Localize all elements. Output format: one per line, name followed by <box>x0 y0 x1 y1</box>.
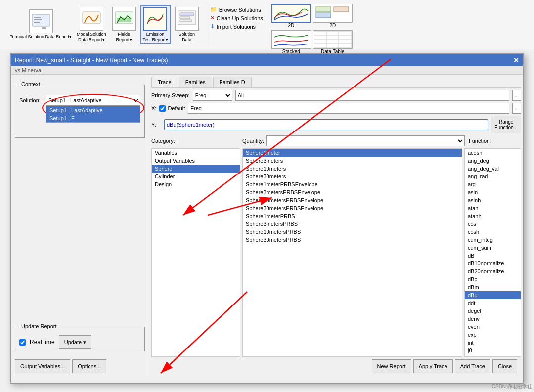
tab-families[interactable]: Families <box>179 77 212 87</box>
category-item-design[interactable]: Design <box>152 180 240 188</box>
report-dialog: Report: New_small - Straight - New Repor… <box>10 53 524 384</box>
x-ellipsis-button[interactable]: ... <box>512 103 521 114</box>
fn-ang_rad[interactable]: ang_rad <box>465 173 521 180</box>
x-default-checkbox[interactable] <box>159 105 166 112</box>
fn-dBc[interactable]: dBc <box>465 275 521 283</box>
fn-ang_deg[interactable]: ang_deg <box>465 157 521 165</box>
fn-deriv[interactable]: deriv <box>465 315 521 323</box>
fn-cos[interactable]: cos <box>465 220 521 228</box>
quantity-dropdown[interactable] <box>266 135 465 146</box>
add-trace-button[interactable]: Add Trace <box>455 359 490 373</box>
fn-atanh[interactable]: atanh <box>465 212 521 220</box>
quantity-item-1[interactable]: Sphere3meters <box>243 157 462 165</box>
sweep-ellipsis-button[interactable]: ... <box>512 90 521 101</box>
svg-rect-10 <box>180 17 190 19</box>
dropdown-item-1[interactable]: Setup1 : F <box>46 114 140 122</box>
col-headers-row: Category: Quantity: Function: <box>151 135 521 146</box>
fn-arg[interactable]: arg <box>465 180 521 188</box>
category-panel: Variables Output Variables Sphere Cylind… <box>151 148 240 357</box>
dropdown-item-0[interactable]: Setup1 : LastAdaptive <box>46 106 140 114</box>
quantity-item-0[interactable]: Sphere1meter <box>243 149 462 157</box>
ys-minerva-bar: ys Minerva <box>11 66 523 75</box>
fields-report-button[interactable]: FieldsReport▾ <box>109 6 139 44</box>
function-header-label: Function: <box>467 138 521 144</box>
new-report-button[interactable]: New Report <box>372 359 411 373</box>
browse-icon: 📁 <box>210 6 217 13</box>
quantity-item-6[interactable]: Sphere10metersPRBSEnvelope <box>243 196 462 204</box>
fn-j0[interactable]: j0 <box>465 347 521 354</box>
category-list: Variables Output Variables Sphere Cylind… <box>152 149 240 356</box>
fn-asinh[interactable]: asinh <box>465 196 521 204</box>
category-item-cylinder[interactable]: Cylinder <box>152 173 240 180</box>
quantity-item-2[interactable]: Sphere10meters <box>243 165 462 173</box>
output-variables-button[interactable]: Output Variables... <box>15 359 70 373</box>
y-value-display: dBu(Sphere1meter) <box>164 119 488 130</box>
fn-int[interactable]: int <box>465 339 521 347</box>
quantity-item-3[interactable]: Sphere30meters <box>243 173 462 180</box>
quantity-item-7[interactable]: Sphere30metersPRBSEnvelope <box>243 204 462 212</box>
fn-cum_integ[interactable]: cum_integ <box>465 236 521 244</box>
terminal-icon <box>29 9 53 33</box>
fn-dB[interactable]: dB <box>465 252 521 260</box>
quantity-item-4[interactable]: Sphere1meterPRBSEnvelope <box>243 180 462 188</box>
options-button[interactable]: Options... <box>72 359 106 373</box>
fn-dB20normalize[interactable]: dB20normalize <box>465 267 521 275</box>
close-button[interactable]: Close <box>492 359 517 373</box>
cleanup-solutions-button[interactable]: ✕ Clean Up Solutions <box>208 14 265 22</box>
quantity-item-9[interactable]: Sphere3metersPRBS <box>243 220 462 228</box>
primary-sweep-select[interactable]: Freq <box>193 90 232 101</box>
tab-trace[interactable]: Trace <box>151 77 178 87</box>
svg-rect-18 <box>314 31 352 48</box>
dialog-close-button[interactable]: ✕ <box>513 56 519 64</box>
terminal-solution-button[interactable]: Terminal Solution Data Report▾ <box>8 8 74 41</box>
chart-2d-2-label: 2D <box>329 23 336 28</box>
apply-trace-button[interactable]: Apply Trace <box>413 359 453 373</box>
fields-icon <box>112 7 136 31</box>
solution-select[interactable]: Setup1 : LastAdaptive Setup1 : F <box>46 95 140 106</box>
chart-2d-2-button[interactable] <box>313 4 353 23</box>
svg-rect-11 <box>180 20 192 22</box>
category-item-variables[interactable]: Variables <box>152 149 240 157</box>
toolbar: Terminal Solution Data Report▾ Modal Sol… <box>0 0 534 49</box>
realtime-checkbox[interactable] <box>19 339 26 346</box>
realtime-label: Real time <box>30 339 55 346</box>
update-button[interactable]: Update ▾ <box>59 335 92 349</box>
fn-dBu[interactable]: dBu <box>465 291 521 299</box>
chart-stacked-pair: Stacked <box>271 30 311 54</box>
quantity-panel: Sphere1meter Sphere3meters Sphere10meter… <box>242 148 462 357</box>
quantity-item-10[interactable]: Sphere10metersPRBS <box>243 228 462 236</box>
solution-button-label: SolutionData <box>178 32 195 43</box>
fn-dBm[interactable]: dBm <box>465 283 521 291</box>
chart-2d-1-button[interactable] <box>271 4 311 23</box>
fn-exp[interactable]: exp <box>465 331 521 339</box>
fn-dB10normalize[interactable]: dB10normalize <box>465 260 521 267</box>
fn-asin[interactable]: asin <box>465 188 521 196</box>
category-item-sphere[interactable]: Sphere <box>152 165 240 173</box>
terminal-button-label: Terminal Solution Data Report▾ <box>10 34 72 40</box>
solution-data-button[interactable]: SolutionData <box>172 6 202 44</box>
fn-atan[interactable]: atan <box>465 204 521 212</box>
quantity-item-11[interactable]: Sphere30metersPRBS <box>243 236 462 244</box>
fn-ddt[interactable]: ddt <box>465 299 521 307</box>
primary-sweep-all-input[interactable] <box>235 90 509 101</box>
range-function-button[interactable]: RangeFunction... <box>491 116 521 133</box>
tab-families-d[interactable]: Families D <box>213 77 252 87</box>
chart-row-2: Stacked Data Table <box>271 30 353 54</box>
category-item-output-variables[interactable]: Output Variables <box>152 157 240 165</box>
import-solutions-button[interactable]: ⬇ Import Solutions <box>208 23 265 30</box>
fn-ang_deg_val[interactable]: ang_deg_val <box>465 165 521 173</box>
chart-stacked-button[interactable] <box>271 30 311 49</box>
fn-acosh[interactable]: acosh <box>465 149 521 157</box>
emission-test-button[interactable]: EmissionTest Report▾ <box>140 5 171 44</box>
quantity-item-5[interactable]: Sphere3metersPRBSEnvelope <box>243 188 462 196</box>
fn-even[interactable]: even <box>465 323 521 331</box>
fn-degel[interactable]: degel <box>465 307 521 315</box>
modal-solution-button[interactable]: Modal SolutionData Report▾ <box>75 6 108 44</box>
fn-cum_sum[interactable]: cum_sum <box>465 244 521 252</box>
chart-datatable-button[interactable] <box>313 30 353 49</box>
cleanup-icon: ✕ <box>210 15 215 21</box>
browse-solutions-button[interactable]: 📁 Browse Solutions <box>208 6 265 13</box>
fn-cosh[interactable]: cosh <box>465 228 521 236</box>
x-value-input[interactable] <box>188 103 509 114</box>
quantity-item-8[interactable]: Sphere1meterPRBS <box>243 212 462 220</box>
